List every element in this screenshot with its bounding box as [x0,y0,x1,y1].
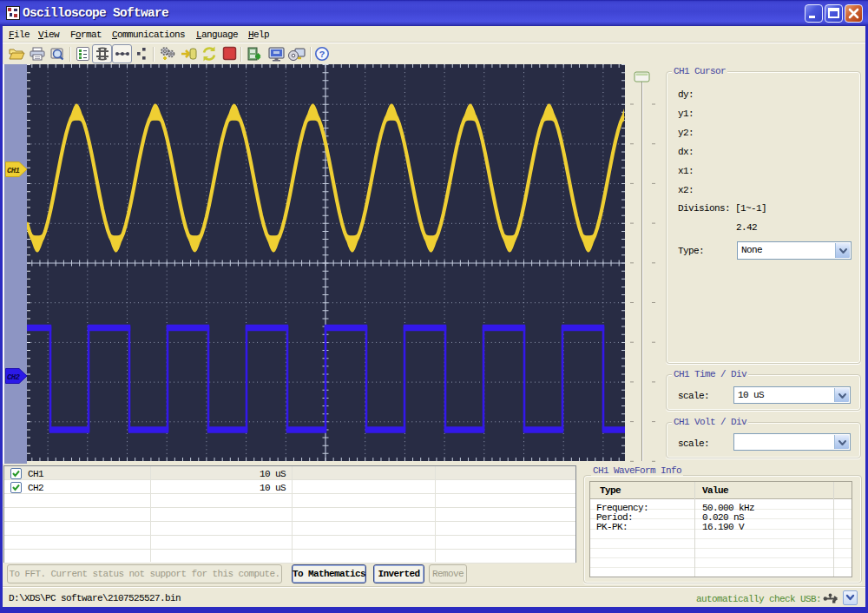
svg-text:CH1: CH1 [7,167,20,175]
svg-text:CH2: CH2 [7,373,21,382]
svg-text:?: ? [319,49,325,60]
